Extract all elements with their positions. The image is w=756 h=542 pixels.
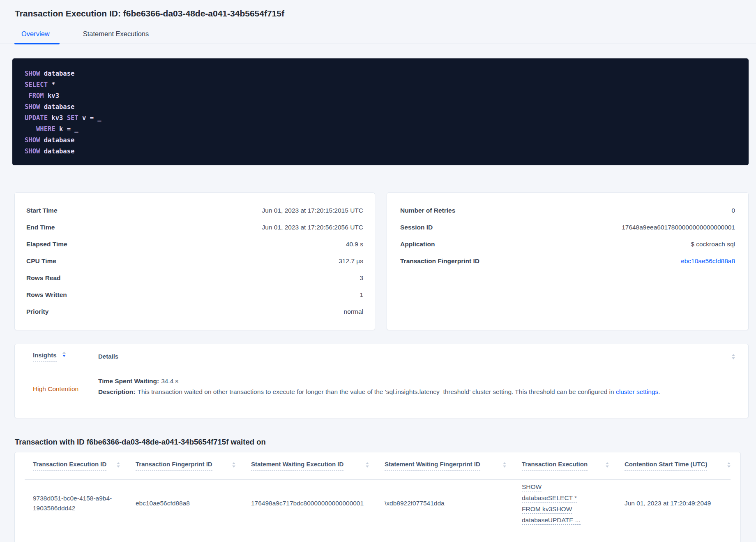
sort-carets-icon[interactable]	[232, 462, 235, 468]
waiting-value: 34.4 s	[161, 378, 178, 384]
sql-line: UPDATE kv3 SET v = _	[25, 113, 736, 124]
sql-line: SHOW database	[25, 135, 736, 146]
sort-carets-icon[interactable]	[606, 462, 609, 468]
summary-row: Priority normal	[26, 303, 363, 320]
description-label: Description:	[98, 388, 135, 395]
summary-label: Application	[400, 241, 435, 248]
tab-overview[interactable]: Overview	[14, 30, 60, 44]
summary-label: Transaction Fingerprint ID	[400, 257, 479, 265]
summary-label: Priority	[26, 308, 48, 315]
summary-label: Number of Retries	[400, 207, 455, 214]
tab-statement-executions[interactable]: Statement Executions	[76, 30, 159, 44]
summary-row: Application $ cockroach sql	[400, 236, 735, 252]
description-text: This transaction waited on other transac…	[137, 388, 616, 395]
summary-value: Jun 01, 2023 at 17:20:15:2015 UTC	[262, 207, 363, 214]
summary-value: $ cockroach sql	[691, 241, 735, 248]
cell-statement-waiting-fingerprint-id: \xdb8922f077541dda	[385, 498, 522, 508]
waiting-label: Time Spent Waiting:	[98, 378, 159, 384]
insight-row: High Contention Time Spent Waiting:34.4 …	[25, 369, 738, 409]
cell-transaction-execution-id: 9738d051-bc0e-4158-a9b4-1903586ddd42	[25, 493, 136, 513]
summary-row: Rows Written 1	[26, 286, 363, 303]
sql-line: SHOW database	[25, 146, 736, 157]
insights-table-header: Insights Details	[25, 344, 738, 369]
summary-row: Elapsed Time 40.9 s	[26, 236, 363, 252]
summary-row: Transaction Fingerprint ID ebc10ae56cfd8…	[400, 252, 735, 269]
insight-description: Description:This transaction waited on o…	[98, 388, 660, 396]
waited-on-heading: Transaction with ID f6be6366-da03-48de-a…	[15, 437, 756, 447]
cell-transaction-execution: SHOW databaseSELECT * FROM kv3SHOW datab…	[522, 481, 625, 526]
sort-carets-icon[interactable]	[117, 462, 120, 468]
summary-label: End Time	[26, 224, 55, 231]
summary-row: Session ID 17648a9eea6017800000000000000…	[400, 219, 735, 236]
summary-label: Rows Written	[26, 291, 67, 299]
summary-value: 312.7 µs	[339, 257, 363, 265]
summary-value: 17648a9eea6017800000000000000001	[622, 224, 735, 231]
sql-statements-box: SHOW databaseSELECT * FROM kv3SHOW datab…	[12, 58, 749, 165]
sql-line: SHOW database	[25, 102, 736, 113]
details-column-label: Details	[98, 353, 118, 363]
sort-carets-icon[interactable]	[727, 462, 731, 468]
column-header-transaction-fingerprint-id[interactable]: Transaction Fingerprint ID	[136, 461, 251, 471]
description-suffix: .	[658, 388, 660, 395]
sql-line: WHERE k = _	[25, 124, 736, 135]
execution-stats-card: Start Time Jun 01, 2023 at 17:20:15:2015…	[14, 192, 375, 330]
session-info-card: Number of Retries 0 Session ID 17648a9ee…	[387, 192, 749, 330]
summary-row: End Time Jun 01, 2023 at 17:20:56:2056 U…	[26, 219, 363, 236]
sort-carets-icon[interactable]	[732, 354, 735, 359]
transaction-details-page: Transaction Execution ID: f6be6366-da03-…	[0, 8, 756, 542]
sort-carets-icon[interactable]	[366, 462, 369, 468]
insights-column-label: Insights	[33, 352, 57, 362]
waited-on-table-header: Transaction Execution ID Transaction Fin…	[25, 452, 731, 479]
cluster-settings-link[interactable]: cluster settings	[616, 388, 658, 395]
summary-label: Start Time	[26, 207, 58, 214]
time-spent-waiting: Time Spent Waiting:34.4 s	[98, 378, 660, 385]
summary-label: Rows Read	[26, 274, 61, 282]
summary-row: Start Time Jun 01, 2023 at 17:20:15:2015…	[26, 202, 363, 219]
insights-column-header[interactable]: Insights	[25, 352, 98, 362]
sort-carets-icon[interactable]	[503, 462, 506, 468]
transaction-execution-link[interactable]: SHOW databaseSELECT * FROM kv3SHOW datab…	[522, 483, 581, 525]
sql-line: SHOW database	[25, 68, 736, 79]
column-header-transaction-execution[interactable]: Transaction Execution	[522, 461, 625, 471]
page-title: Transaction Execution ID: f6be6366-da03-…	[15, 8, 756, 19]
summary-cards: Start Time Jun 01, 2023 at 17:20:15:2015…	[14, 192, 749, 330]
summary-row: CPU Time 312.7 µs	[26, 252, 363, 269]
summary-value: 1	[360, 291, 363, 299]
summary-label: Session ID	[400, 224, 433, 231]
column-header-transaction-execution-id[interactable]: Transaction Execution ID	[25, 461, 136, 471]
summary-row: Rows Read 3	[26, 269, 363, 286]
details-column-header: Details	[98, 353, 118, 360]
summary-value: Jun 01, 2023 at 17:20:56:2056 UTC	[262, 224, 363, 231]
summary-label: CPU Time	[26, 257, 56, 265]
summary-value: normal	[344, 308, 363, 315]
insight-type-label: High Contention	[25, 385, 98, 393]
summary-value: 40.9 s	[346, 241, 363, 248]
summary-label: Elapsed Time	[26, 241, 67, 248]
column-header-contention-start-time[interactable]: Contention Start Time (UTC)	[625, 461, 731, 471]
sort-carets-icon[interactable]	[62, 352, 66, 357]
cell-statement-waiting-execution-id: 176498a9c717bdc80000000000000001	[251, 498, 385, 508]
summary-value: 3	[360, 274, 363, 282]
cell-transaction-fingerprint-id: ebc10ae56cfd88a8	[136, 498, 251, 508]
sql-line: SELECT *	[25, 79, 736, 90]
cell-contention-start-time: Jun 01, 2023 at 17:20:49:2049	[625, 498, 731, 508]
transaction-fingerprint-link[interactable]: ebc10ae56cfd88a8	[681, 257, 735, 265]
column-header-statement-waiting-fingerprint-id[interactable]: Statement Waiting Fingerprint ID	[385, 461, 522, 471]
sql-line: FROM kv3	[25, 90, 736, 102]
insights-card: Insights Details High Contention Time Sp…	[14, 344, 749, 418]
insight-details: Time Spent Waiting:34.4 s Description:Th…	[98, 369, 660, 409]
waited-on-table-card: Transaction Execution ID Transaction Fin…	[14, 452, 741, 542]
table-row: 9738d051-bc0e-4158-a9b4-1903586ddd42 ebc…	[25, 479, 731, 527]
summary-value: 0	[731, 207, 735, 214]
column-header-statement-waiting-execution-id[interactable]: Statement Waiting Execution ID	[251, 461, 385, 471]
tab-bar: Overview Statement Executions	[0, 30, 756, 44]
summary-row: Number of Retries 0	[400, 202, 735, 219]
